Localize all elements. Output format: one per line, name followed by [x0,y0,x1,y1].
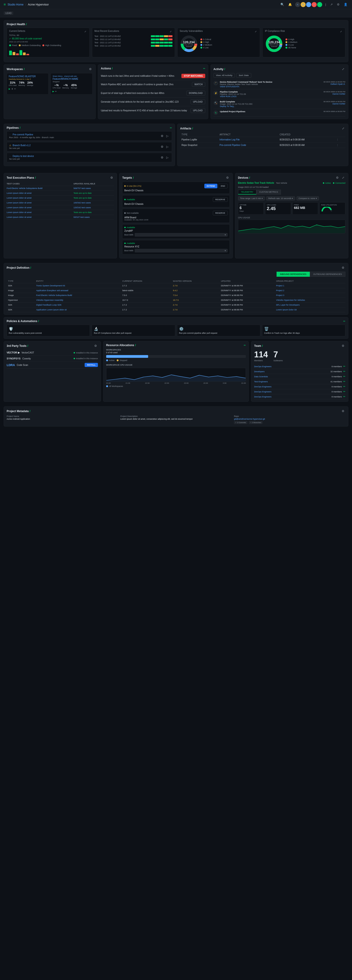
search-icon[interactable]: 🔍 [280,2,285,6]
cpu-usage-label: CPU USAGE [238,216,346,219]
artifacts-thead: TYPE ARTIFACT CREATED [180,132,346,137]
team-7-name[interactable]: DevOps Engineers [254,396,272,398]
pipelines-edit-icon[interactable]: ✏ [170,126,172,129]
targets-settings-icon[interactable]: ⚙ [225,175,230,180]
team-1-edit[interactable]: ✏ [343,365,346,368]
artifacts-expand-icon[interactable]: ⤢ [341,126,346,130]
view-filter[interactable]: View: All Activity [213,73,235,78]
team-1-name[interactable]: DevOps Engineers [254,365,272,368]
team-5-name[interactable]: DevOps Engineers [254,385,272,388]
download-button[interactable]: DOWNLOAD [186,91,205,95]
workspaces-settings-icon[interactable]: ⚙ [88,67,93,71]
pipeline-2-name[interactable]: Branch Build v1.2 [13,144,30,146]
pipeline-2-settings-icon[interactable]: ⚙ [160,145,165,149]
team-5-edit[interactable]: ✏ [343,385,346,388]
custom-metrics-tab[interactable]: CUSTOM METRICS [256,190,281,194]
pipeline-1-name[interactable]: Pre-commit Pipeline [13,133,33,136]
user-icon[interactable]: 👤 [343,2,348,6]
compare-control[interactable]: Compare to: none ▾ [296,196,319,200]
watch-button[interactable]: WATCH [192,82,205,87]
team-4-name[interactable]: Test Engineers [254,380,268,383]
boot-with-dropdown-2[interactable]: ▾ [134,249,227,253]
end-button[interactable]: END [218,184,228,188]
pm-settings-icon[interactable]: ⚙ [341,409,346,413]
team-settings-icon[interactable]: ⚙ [341,344,346,348]
ws2-play-icon[interactable]: ▶ [53,90,54,92]
expand-icon-sec[interactable]: ⤢ [254,30,258,33]
devices-expand-icon[interactable]: ⤢ [341,175,346,180]
refresh-rate-control[interactable]: Refresh rate: 10 seconds ▾ [266,196,295,200]
policies-edit-icon[interactable]: ✏ [343,320,346,323]
pipeline-2-run-icon[interactable]: ▷ [165,145,170,149]
pipeline-1-settings-icon[interactable]: ⚙ [160,134,165,138]
telemetry-tab[interactable]: TELEMETRY [238,190,256,194]
ws1-cpu: 31%CPU load [9,81,16,86]
install-button[interactable]: INSTALL [85,363,98,367]
team-6-edit[interactable]: ✏ [343,390,346,393]
ws1-pause-icon[interactable]: ⏸ [11,88,13,90]
time-range-control[interactable]: Time range: Last 5 min ▾ [238,196,265,200]
artifact-2-menu[interactable]: ⋮ [335,143,346,148]
activity-2-link[interactable]: VIEW RUN LOGS [220,95,322,98]
team-3-name[interactable]: Data Scientists [254,375,268,378]
tep-1-cases: 569/757 test cases [74,186,114,191]
ws2-edit-icon[interactable]: ✏ [55,90,57,92]
device-header-row: Electric Sedan Test Track Vehicle Test V… [238,182,346,184]
pd-settings-icon[interactable]: ⚙ [341,266,346,270]
inuse-dot [124,185,126,187]
activity-1-link[interactable]: VIEW STATUS/DATA [220,86,322,88]
ra-edit-icon[interactable]: ✏ [244,344,246,347]
ws1-edit-icon[interactable]: ✏ [14,88,16,90]
activity-4-time: 88 MON 8888 at 88:88 PM [323,110,346,113]
upload-button-2[interactable]: UPLOAD [190,108,205,113]
expand-icon-ip[interactable]: ⤢ [339,30,343,33]
team-2-name[interactable]: Developers [254,371,265,373]
activity-2-sub: Pipeline: 2022-12-14 T21.09 [220,93,322,95]
settings-icon[interactable]: ⚙ [336,2,341,6]
expand-icon[interactable]: ⤢ [83,30,87,33]
pipeline-3-settings-icon[interactable]: ⚙ [160,155,165,160]
tep-row-2: Lorem ipsum dolor sit amet Tests are up … [6,191,114,196]
activity-expand-icon[interactable]: ⤢ [341,67,346,71]
notification-icon[interactable]: 🔔 [287,2,293,6]
team-6-name[interactable]: DevOps Engineers [254,391,272,393]
artifacts-header-row: TYPE ARTIFACT CREATED [180,132,346,137]
stop-watching-button[interactable]: STOP WATCHING [181,74,205,78]
pipeline-3-run-icon[interactable]: ▷ [165,155,170,160]
members-label: Members [254,360,268,362]
brand-link[interactable]: Studio Home [8,3,23,6]
sort-filter[interactable]: Sort: Date [236,73,251,78]
devices-settings-icon[interactable]: ⚙ [335,175,339,180]
activity-3-link[interactable]: Deploy To Targ... [220,105,322,107]
reserve-button-2[interactable]: RESERVE [213,211,228,215]
pipeline-1-run-icon[interactable]: ▷ [165,134,170,138]
team-4-edit[interactable]: ✏ [343,380,346,383]
pipeline-3-name[interactable]: Deploy to test device [13,155,34,158]
team-7-edit[interactable]: ✏ [343,395,346,398]
artifact-1-menu[interactable]: ⋮ [335,137,346,143]
ws1-play-icon[interactable]: ▶ [9,88,10,90]
extend-button[interactable]: EXTEND [204,184,218,188]
team-3-edit[interactable]: ✏ [343,375,346,378]
boot-with-label-2: Boot With [124,250,133,252]
ws1-name: Feature/SONIC-BLASTER [9,75,46,78]
artifacts-col-type: TYPE [180,132,218,137]
share-icon[interactable]: ↗ [329,2,334,6]
outbound-tab[interactable]: OUTBOUND DEPENDENCIES [310,272,346,277]
inbound-tab[interactable]: INBOUND DEPENDENCIES [277,272,310,277]
policy-card-4: 🗑️ Confirm to Trash run logs after 30 da… [262,325,346,336]
third-party-settings-icon[interactable]: ⚙ [93,344,98,348]
team-2-edit[interactable]: ✏ [343,370,346,373]
dep-col-wanted: WANTED VERSION [171,279,219,283]
pipeline-2-actions: ⚙ ▷ [160,145,170,149]
pipeline-row-2: ⚠ Branch Build v1.2 No runs yet ⚙ ▷ [6,142,172,151]
actions-edit-icon[interactable]: ✏ [203,67,205,70]
expand-icon-exec[interactable]: ⤢ [169,30,173,33]
upload-button-1[interactable]: UPLOAD [190,99,205,104]
boot-with-dropdown-1[interactable]: ▾ [134,233,227,237]
notavail-label: Not Available [126,212,139,214]
topbar-icons: 🔍 🔔 A B C D + | ↗ ⚙ 👤 [280,2,348,7]
telemetry-tabs: TELEMETRY CUSTOM METRICS [238,190,346,194]
tep-settings-icon[interactable]: ⚙ [109,175,114,180]
reserve-button-1[interactable]: RESERVE [213,197,228,202]
